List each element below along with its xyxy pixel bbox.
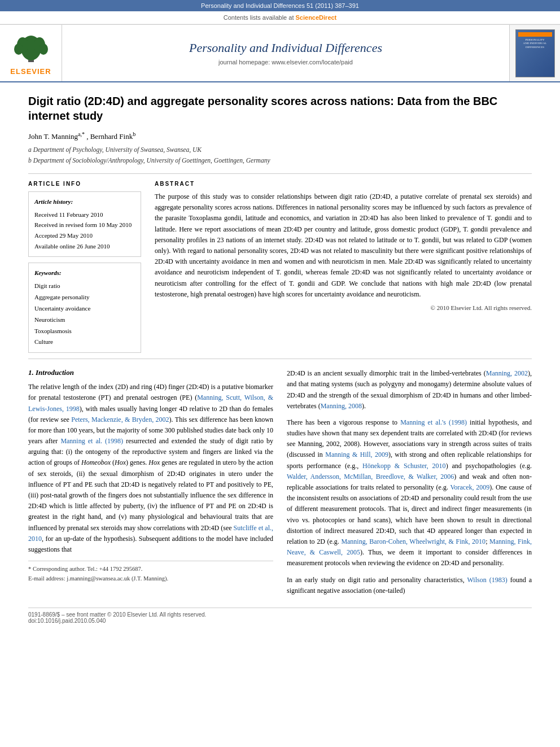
svg-point-4 <box>14 43 23 55</box>
footnote-email: E-mail address: j.manning@swansea.ac.uk … <box>28 574 273 584</box>
keyword-6: Culture <box>34 337 135 348</box>
journal-cover-image: PERSONALITYAND INDIVIDUALDIFFERENCES <box>515 29 555 77</box>
ref-wilson1983[interactable]: Wilson (1983) <box>467 576 507 584</box>
article-title: Digit ratio (2D:4D) and aggregate person… <box>28 94 532 123</box>
issn-text: 0191-8869/$ – see front matter © 2010 El… <box>28 611 532 618</box>
authors-line: John T. Manninga,* , Bernhard Finkb <box>28 131 532 141</box>
body-section: 1. Introduction The relative length of t… <box>28 368 532 602</box>
contents-label: Contents lists available at <box>224 14 296 21</box>
received-date: Received 11 February 2010 <box>34 209 135 220</box>
info-abstract-section: ARTICLE INFO Article history: Received 1… <box>28 181 532 353</box>
abstract-col: ABSTRACT The purpose of this study was t… <box>155 181 532 353</box>
affiliation1: a Department of Psychology, University o… <box>28 145 532 155</box>
email-link[interactable]: j.manning@swansea.ac.uk <box>67 575 130 582</box>
elsevier-logo: ELSEVIER <box>0 25 62 81</box>
divider1 <box>28 173 532 174</box>
svg-point-5 <box>39 43 48 55</box>
bottom-bar: 0191-8869/$ – see front matter © 2010 El… <box>28 608 532 624</box>
footnote-section: * Corresponding author. Tel.: +44 1792 2… <box>28 561 273 584</box>
ref-peters2002[interactable]: Peters, Mackenzie, & Bryden, 2002 <box>71 416 169 423</box>
online-date: Available online 26 June 2010 <box>34 241 135 252</box>
science-direct-link[interactable]: ScienceDirect <box>296 14 337 21</box>
journal-homepage: journal homepage: www.elsevier.com/locat… <box>218 59 353 65</box>
history-label: Article history: <box>34 196 135 207</box>
keyword-2: Aggregate personality <box>34 292 135 303</box>
elsevier-text: ELSEVIER <box>10 67 51 76</box>
body-right-col: 2D:4D is an ancient sexually dimorphic t… <box>287 368 532 602</box>
keyword-3: Uncertainty avoidance <box>34 303 135 314</box>
ref-manning2008[interactable]: Manning, 2008 <box>321 402 362 410</box>
section-title-text: Introduction <box>36 368 74 377</box>
journal-citation-bar: Personality and Individual Differences 5… <box>0 0 560 11</box>
keyword-5: Toxoplasmosis <box>34 326 135 337</box>
keywords-box: Keywords: Digit ratio Aggregate personal… <box>28 263 141 353</box>
body-left-col: 1. Introduction The relative length of t… <box>28 368 273 602</box>
doi-text: doi:10.1016/j.paid.2010.05.040 <box>28 618 532 624</box>
keyword-1: Digit ratio <box>34 281 135 292</box>
ref-honekopp2010[interactable]: Hönekopp & Schuster, 2010 <box>362 462 446 470</box>
journal-title: Personality and Individual Differences <box>189 41 382 55</box>
intro-paragraph3: There has been a vigorous response to Ma… <box>287 417 532 569</box>
elsevier-tree-icon <box>11 31 51 65</box>
intro-paragraph1: The relative length of the index (2D) an… <box>28 382 273 555</box>
journal-cover-thumbnail: PERSONALITYAND INDIVIDUALDIFFERENCES <box>509 25 560 81</box>
ref-manning-et-al[interactable]: Manning et al. (1998) <box>60 437 123 445</box>
footnote-corresponding: * Corresponding author. Tel.: +44 1792 2… <box>28 565 273 574</box>
article-history-box: Article history: Received 11 February 20… <box>28 191 141 256</box>
journal-title-section: Personality and Individual Differences j… <box>62 25 509 81</box>
section-number: 1. <box>28 368 34 377</box>
intro-paragraph4: In an early study on digit ratio and per… <box>287 575 532 596</box>
keyword-4: Neuroticism <box>34 314 135 326</box>
journal-cover-text: PERSONALITYAND INDIVIDUALDIFFERENCES <box>523 38 547 50</box>
journal-citation-text: Personality and Individual Differences 5… <box>201 2 359 9</box>
author2-sup: b <box>133 131 135 137</box>
ref-walder2006[interactable]: Walder, Andersson, McMillan, Breedlove, … <box>287 473 454 480</box>
abstract-heading: ABSTRACT <box>155 181 532 187</box>
author1-name: John T. Manning <box>28 132 78 141</box>
author2-name: , Bernhard Fink <box>86 132 133 141</box>
ref-sutcliffe2010[interactable]: Sutcliffe et al., 2010 <box>28 524 273 543</box>
accepted-date: Accepted 29 May 2010 <box>34 230 135 241</box>
affiliation2: b Department of Sociobiology/Anthropolog… <box>28 155 532 165</box>
ref-manning2002[interactable]: Manning, 2002 <box>486 369 528 377</box>
ref-manning-et-al-1998-vigorous[interactable]: Manning et al.'s (1998) <box>400 418 467 426</box>
ref-manning1998[interactable]: Manning, Scutt, Wilson, & Lewis-Jones, 1… <box>28 394 273 412</box>
keywords-label: Keywords: <box>34 268 135 279</box>
revised-date: Received in revised form 10 May 2010 <box>34 220 135 230</box>
copyright: © 2010 Elsevier Ltd. All rights reserved… <box>155 304 532 311</box>
author1-sup: a,* <box>78 131 85 137</box>
intro-heading: 1. Introduction <box>28 368 273 377</box>
abstract-text: The purpose of this study was to conside… <box>155 191 532 300</box>
ref-manning-hill-2009[interactable]: Manning & Hill, 2009 <box>325 451 388 458</box>
article-info-col: ARTICLE INFO Article history: Received 1… <box>28 181 141 353</box>
ref-voracek2009[interactable]: Voracek, 2009 <box>450 483 489 491</box>
main-content: Digit ratio (2D:4D) and aggregate person… <box>0 82 560 635</box>
ref-manning2010[interactable]: Manning, Baron-Cohen, Wheelwright, & Fin… <box>341 538 485 545</box>
intro-paragraph2: 2D:4D is an ancient sexually dimorphic t… <box>287 368 532 412</box>
divider2 <box>28 359 532 359</box>
journal-header: Contents lists available at ScienceDirec… <box>0 11 560 82</box>
affiliations: a Department of Psychology, University o… <box>28 145 532 165</box>
article-info-heading: ARTICLE INFO <box>28 181 141 187</box>
body-two-col: 1. Introduction The relative length of t… <box>28 368 532 602</box>
